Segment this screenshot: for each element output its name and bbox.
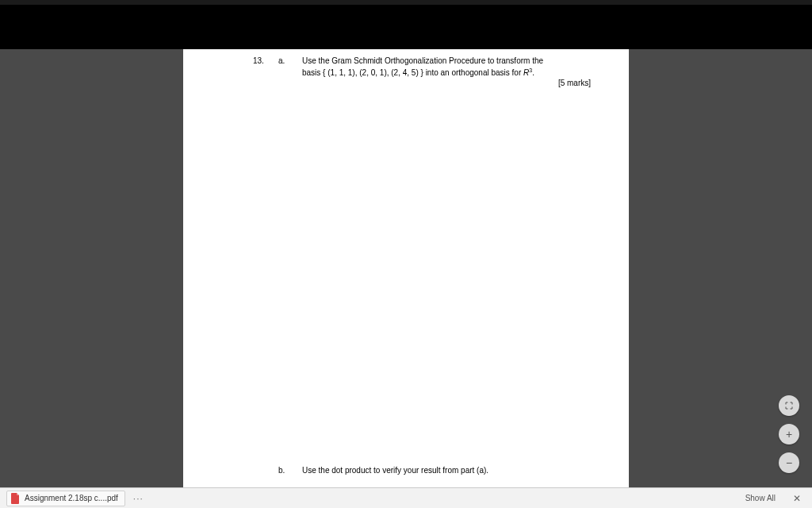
- question-13a-line1: Use the Gram Schmidt Orthogonalization P…: [302, 56, 597, 67]
- question-13a-marks: [5 marks]: [302, 78, 597, 89]
- top-toolbar-region: [0, 0, 812, 49]
- download-item[interactable]: Assignment 2.18sp c....pdf: [6, 491, 125, 506]
- pdf-file-icon: [10, 493, 20, 504]
- document-page: 13. a. Use the Gram Schmidt Orthogonaliz…: [183, 49, 629, 487]
- question-part-label-a: a.: [278, 56, 302, 89]
- minus-icon: −: [786, 456, 792, 469]
- downloads-bar-left: Assignment 2.18sp c....pdf ···: [6, 491, 147, 506]
- question-13a-text: Use the Gram Schmidt Orthogonalization P…: [302, 56, 597, 89]
- document-viewer: 13. a. Use the Gram Schmidt Orthogonaliz…: [0, 49, 812, 487]
- download-filename: Assignment 2.18sp c....pdf: [25, 494, 118, 502]
- close-downloads-bar-button[interactable]: ✕: [788, 491, 806, 506]
- plus-icon: +: [786, 428, 792, 441]
- question-number: 13.: [253, 56, 278, 89]
- question-13a-line2: basis { (1, 1, 1), (2, 0, 1), (2, 4, 5) …: [302, 67, 597, 79]
- fit-icon: [784, 401, 794, 410]
- download-item-menu[interactable]: ···: [130, 493, 147, 504]
- question-13b-text: Use the dot product to verify your resul…: [302, 465, 597, 476]
- question-part-label-b: b.: [278, 465, 302, 476]
- show-all-downloads-button[interactable]: Show All: [741, 492, 780, 504]
- zoom-in-button[interactable]: +: [779, 424, 799, 444]
- downloads-bar-right: Show All ✕: [741, 491, 806, 506]
- question-13a: 13. a. Use the Gram Schmidt Orthogonaliz…: [253, 56, 597, 89]
- downloads-bar: Assignment 2.18sp c....pdf ··· Show All …: [0, 487, 812, 508]
- question-13b: b. Use the dot product to verify your re…: [253, 465, 597, 476]
- viewer-float-controls: + −: [779, 395, 799, 473]
- fit-to-page-button[interactable]: [779, 395, 799, 416]
- zoom-out-button[interactable]: −: [779, 452, 799, 473]
